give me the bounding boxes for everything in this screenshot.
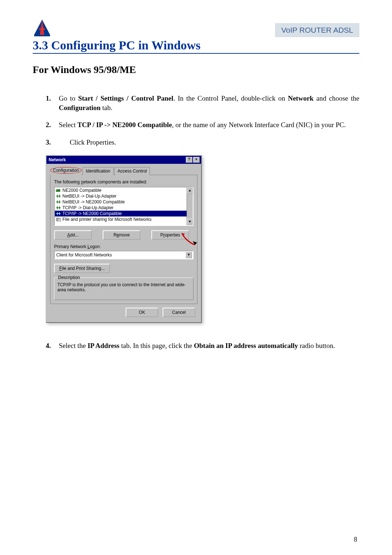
step-number: 1. (46, 94, 59, 112)
svg-rect-2 (39, 28, 45, 30)
scroll-up-icon[interactable]: ▲ (187, 187, 193, 194)
step-number: 4. (46, 341, 59, 351)
properties-button[interactable]: Properties (151, 230, 189, 240)
text: , or the name of any Network Interface C… (172, 121, 346, 129)
tab-identification[interactable]: Identification (82, 167, 113, 175)
adapter-icon (56, 188, 61, 193)
atlantis-logo-icon (33, 18, 52, 37)
remove-button[interactable]: Remove (103, 230, 140, 240)
scroll-down-icon[interactable]: ▼ (187, 219, 193, 225)
description-text: TCP/IP is the protocol you use to connec… (57, 282, 190, 292)
header-product-label: VoIP ROUTER ADSL (275, 23, 359, 37)
tabs: Configuration Identification Access Cont… (50, 167, 197, 175)
dialog-titlebar: Network ? × (46, 156, 201, 164)
step-4: 4. Select the IP Address tab. In this pa… (46, 341, 359, 351)
add-button[interactable]: Add... (54, 230, 92, 240)
help-button[interactable]: ? (186, 157, 192, 163)
page-number: 8 (354, 536, 357, 543)
text: Select (59, 121, 77, 129)
chevron-down-icon[interactable]: ▼ (185, 252, 192, 258)
subsection-heading: For Windows 95/98/ME (33, 64, 359, 76)
components-listbox[interactable]: NE2000 Compatible NetBEUI -> Dial-Up Ada… (54, 187, 193, 226)
tab-configuration[interactable]: Configuration (50, 167, 82, 175)
text-bold: Configuration (59, 104, 101, 112)
text: and choose the (314, 94, 359, 102)
list-item[interactable]: File and printer sharing for Microsoft N… (55, 216, 187, 222)
text: tab. In this page, click the (119, 342, 194, 349)
file-print-sharing-button[interactable]: File and Print Sharing... (54, 264, 110, 273)
protocol-icon (56, 200, 61, 204)
text-bold: TCP / IP -> NE2000 Compatible (77, 121, 172, 129)
step-3: 3. Click Properties. (46, 138, 359, 147)
protocol-icon (56, 211, 61, 216)
dropdown-selected-value: Client for Microsoft Networks (56, 252, 112, 258)
primary-logon-dropdown[interactable]: Client for Microsoft Networks ▼ (54, 251, 193, 259)
text: . In the Control Panel, double-click on (173, 94, 288, 102)
primary-logon-label: Primary Network Logon: (54, 244, 193, 249)
dialog-title: Network (49, 157, 66, 162)
cancel-button[interactable]: Cancel (163, 308, 195, 317)
close-button[interactable]: × (193, 157, 200, 163)
description-legend: Description (57, 275, 81, 280)
text-bold: Obtain an IP address automatically (194, 342, 298, 349)
text: Select the (59, 342, 87, 349)
listbox-scrollbar[interactable]: ▲ ▼ (187, 187, 193, 225)
configuration-highlight: Configuration (50, 167, 82, 174)
service-icon (56, 217, 61, 222)
section-heading: 3.3 Configuring PC in Windows (33, 39, 359, 54)
step-number: 2. (46, 120, 59, 130)
components-label: The following network components are ins… (54, 179, 193, 185)
brand-logo (33, 18, 52, 37)
list-item[interactable]: NetBEUI -> NE2000 Compatible (55, 199, 187, 205)
text: Go to (59, 94, 78, 102)
list-item[interactable]: NE2000 Compatible (55, 187, 187, 193)
text-bold: Start / Settings / Control Panel (78, 94, 173, 102)
list-item[interactable]: TCP/IP -> Dial-Up Adapter (55, 205, 187, 211)
svg-rect-5 (56, 190, 57, 190)
list-item[interactable]: NetBEUI -> Dial-Up Adapter (55, 193, 187, 199)
protocol-icon (56, 206, 61, 210)
tab-access-control[interactable]: Access Control (114, 167, 150, 175)
network-dialog: Network ? × Configuration Identification… (46, 155, 202, 323)
text: Click Properties. (59, 138, 359, 147)
text-bold: Network (288, 94, 314, 102)
protocol-icon (56, 194, 61, 198)
step-1: 1. Go to Start / Settings / Control Pane… (46, 94, 359, 112)
list-item-selected[interactable]: TCP/IP -> NE2000 Compatible (55, 211, 187, 216)
text: tab. (101, 104, 113, 112)
page-header: VoIP ROUTER ADSL (33, 18, 359, 37)
text: radio button. (298, 342, 335, 349)
ok-button[interactable]: OK (126, 308, 158, 317)
tab-panel-configuration: The following network components are ins… (50, 175, 197, 304)
text-bold: IP Address (87, 342, 119, 349)
step-number: 3. (46, 138, 59, 147)
description-group: Description TCP/IP is the protocol you u… (54, 278, 193, 300)
step-2: 2. Select TCP / IP -> NE2000 Compatible,… (46, 120, 359, 130)
svg-rect-19 (58, 219, 61, 222)
